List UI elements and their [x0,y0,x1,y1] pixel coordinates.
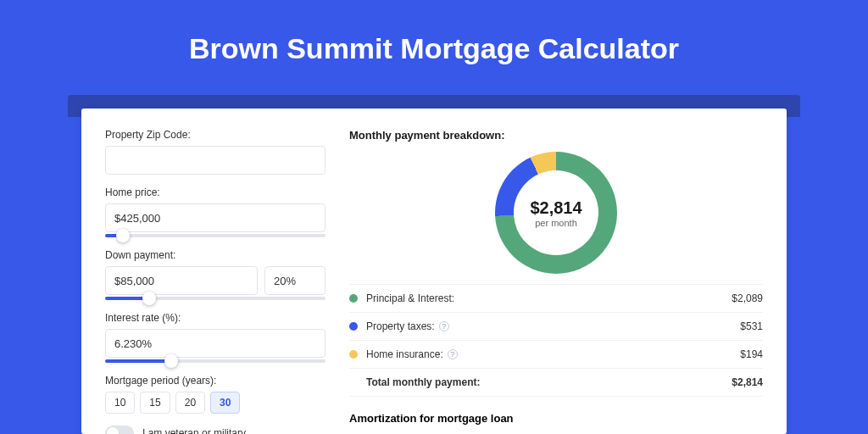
legend-row-tax: Property taxes: ? $531 [349,313,763,341]
mortgage-period-label: Mortgage period (years): [105,375,326,387]
interest-rate-slider[interactable] [105,359,326,363]
legend-list: Principal & Interest: $2,089 Property ta… [349,284,763,397]
veteran-toggle[interactable] [105,426,134,434]
period-15-button[interactable]: 15 [140,392,170,414]
legend-row-pi: Principal & Interest: $2,089 [349,285,763,313]
home-price-input[interactable] [105,203,326,232]
interest-rate-label: Interest rate (%): [105,312,326,324]
slider-thumb-icon[interactable] [164,354,178,368]
veteran-label: I am veteran or military [142,427,246,434]
period-30-button[interactable]: 30 [210,392,240,414]
home-price-label: Home price: [105,186,326,198]
donut-chart-wrap: $2,814 per month [349,152,763,274]
info-icon[interactable]: ? [439,321,449,331]
dot-icon [349,322,358,331]
legend-value-tax: $531 [740,320,763,332]
donut-total-value: $2,814 [530,198,581,218]
period-10-button[interactable]: 10 [105,392,135,414]
legend-label-ins: Home insurance: [366,348,443,360]
down-payment-label: Down payment: [105,249,326,261]
slider-thumb-icon[interactable] [116,229,130,242]
veteran-row: I am veteran or military [105,426,326,434]
page-title: Brown Summit Mortgage Calculator [0,32,868,65]
home-price-slider[interactable] [105,234,326,237]
info-icon[interactable]: ? [448,349,458,359]
slider-thumb-icon[interactable] [142,292,156,305]
interest-rate-input[interactable] [105,329,326,358]
breakdown-heading: Monthly payment breakdown: [349,129,763,142]
zip-input[interactable] [105,146,326,175]
inputs-column: Property Zip Code: Home price: Down paym… [105,129,326,414]
legend-label-pi: Principal & Interest: [366,292,454,304]
calculator-card: Property Zip Code: Home price: Down paym… [81,108,787,434]
down-payment-field: Down payment: [105,249,326,300]
zip-field: Property Zip Code: [105,129,326,175]
donut-chart: $2,814 per month [495,152,617,274]
amortization-section: Amortization for mortgage loan Amortizat… [349,412,763,434]
legend-label-tax: Property taxes: [366,320,435,332]
interest-rate-field: Interest rate (%): [105,312,326,363]
legend-value-pi: $2,089 [732,292,763,304]
down-payment-slider[interactable] [105,297,326,300]
mortgage-period-field: Mortgage period (years): 10 15 20 30 [105,375,326,414]
down-payment-percent-input[interactable] [264,266,326,295]
legend-row-ins: Home insurance: ? $194 [349,341,763,369]
legend-value-total: $2,814 [732,376,763,388]
legend-row-total: Total monthly payment: $2,814 [349,369,763,397]
donut-sub-label: per month [535,218,577,228]
legend-value-ins: $194 [740,348,763,360]
home-price-field: Home price: [105,186,326,237]
dot-icon [349,350,358,359]
period-20-button[interactable]: 20 [175,392,205,414]
legend-label-total: Total monthly payment: [366,376,480,388]
results-column: Monthly payment breakdown: $2,814 per mo… [349,129,763,414]
dot-icon [349,294,358,303]
zip-label: Property Zip Code: [105,129,326,141]
down-payment-amount-input[interactable] [105,266,258,295]
amortization-heading: Amortization for mortgage loan [349,412,763,425]
donut-center: $2,814 per month [514,170,598,255]
